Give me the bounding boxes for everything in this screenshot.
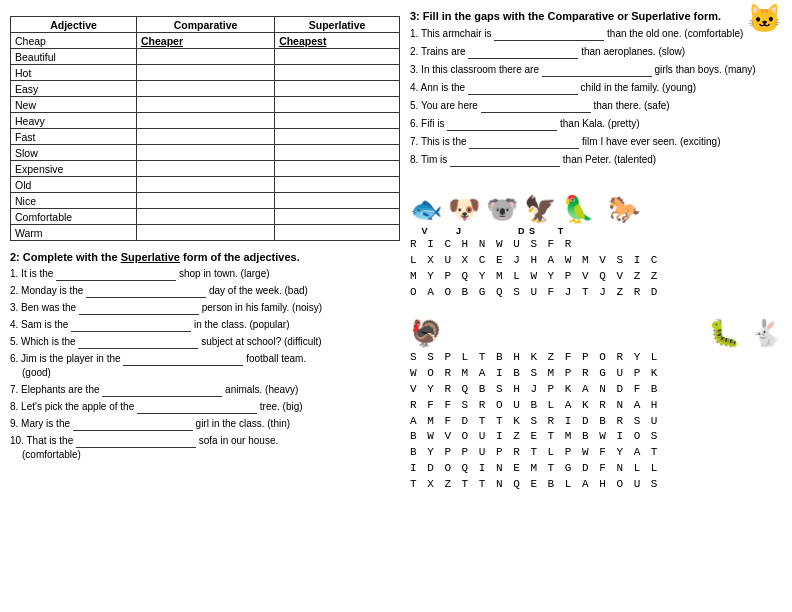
adj-cell: Cheap [11,33,137,49]
animal-dog: 🐶 [448,194,480,225]
section2-item: 9. Mary is the girl in the class. (thin) [10,417,400,431]
section2-item: 10. That is the sofa in our house.(comfo… [10,434,400,462]
animal-horse: 🐎 [608,194,640,225]
comp-cell: Cheaper [136,33,274,49]
section3-item: 8. Tim is than Peter. (talented) [410,153,782,167]
animal-rabbit: 🐇 [750,318,782,349]
adj-cell: Old [11,177,137,193]
wordsearch-row: B Y P P U P R T L P W F Y A T [410,445,782,461]
adj-cell: Heavy [11,113,137,129]
sup-cell [275,97,400,113]
sup-cell [275,65,400,81]
sup-cell [275,49,400,65]
comp-cell [136,81,274,97]
animal-letters-row1: V J D S T [410,226,782,236]
eagle-icon: 🦅 [524,194,556,225]
bear-icon: 🐨 [486,194,518,225]
adj-cell: Expensive [11,161,137,177]
section2-title: 2: Complete with the Superlative form of… [10,251,400,263]
adj-cell: New [11,97,137,113]
wordsearch-row: O A O B G Q S U F J T J Z R D [410,285,782,301]
right-column: 3: Fill in the gaps with the Comparative… [410,10,782,602]
fish-icon: 🐟 [410,194,442,225]
adj-cell: Warm [11,225,137,241]
turkey-icon: 🦃 [410,318,442,348]
sup-cell [275,129,400,145]
section2-item: 3. Ben was the person in his family. (no… [10,301,400,315]
adjective-table: Adjective Comparative Superlative CheapC… [10,16,400,241]
wordsearch-row: T X Z T T N Q E B L A H O U S [410,477,782,493]
section3-item: 5. You are here than there. (safe) [410,99,782,113]
animal-eagle: 🦅 [524,194,556,225]
cat-decoration: 🐱 [747,2,782,35]
comp-cell [136,97,274,113]
adj-cell: Easy [11,81,137,97]
wordsearch-row: V Y R Q B S H J P K A N D F B [410,382,782,398]
section3-item: 2. Trains are than aeroplanes. (slow) [410,45,782,59]
animals-row1: 🐟 🐶 🐨 🦅 🦜 🐎 [410,173,782,225]
sup-cell [275,225,400,241]
sup-cell [275,161,400,177]
sup-cell [275,177,400,193]
wordsearch-grid1: R I C H N W U S F RL X U X C E J H A W M… [410,237,782,301]
sup-cell [275,113,400,129]
sup-cell [275,145,400,161]
adj-cell: Fast [11,129,137,145]
parrot-icon: 🦜 [562,194,594,225]
comp-cell [136,129,274,145]
wordsearch-row: I D O Q I N E M T G D F N L L [410,461,782,477]
animal-worm: 🐛 [708,318,740,349]
section3-item: 6. Fifi is than Kala. (pretty) [410,117,782,131]
adj-cell: Hot [11,65,137,81]
comp-cell [136,193,274,209]
left-column: Adjective Comparative Superlative CheapC… [10,10,400,602]
section2: 2: Complete with the Superlative form of… [10,251,400,462]
animal-turkey: 🦃 [410,318,442,349]
worm-icon: 🐛 [708,318,740,348]
adj-cell: Nice [11,193,137,209]
animal-fish: 🐟 [410,194,442,225]
horse-icon: 🐎 [608,194,640,225]
section2-item: 2. Monday is the day of the week. (bad) [10,284,400,298]
rabbit-icon: 🐇 [750,318,782,348]
col-superlative: Superlative [275,17,400,33]
sup-cell [275,193,400,209]
comp-cell [136,209,274,225]
wordsearch-row: W O R M A I B S M P R G U P K [410,366,782,382]
wordsearch-row: R F F S R O U B L A K R N A H [410,398,782,414]
wordsearch-row: L X U X C E J H A W M V S I C [410,253,782,269]
wordsearch-row: B W V O U I Z E T M B W I O S [410,429,782,445]
adj-cell: Slow [11,145,137,161]
dog-icon: 🐶 [448,194,480,225]
section2-item: 4. Sam is the in the class. (popular) [10,318,400,332]
section3-item: 1. This armchair is than the old one. (c… [410,27,782,41]
animals-row2: 🦃 🐛 🐇 [410,303,782,349]
comp-cell [136,177,274,193]
sup-cell: Cheapest [275,33,400,49]
comp-cell [136,49,274,65]
section3-title: 3: Fill in the gaps with the Comparative… [410,10,782,22]
section2-item: 6. Jim is the player in the football tea… [10,352,400,380]
comp-cell [136,161,274,177]
sup-cell [275,209,400,225]
section2-items: 1. It is the shop in town. (large)2. Mon… [10,267,400,462]
adj-cell: Comfortable [11,209,137,225]
section2-item: 5. Which is the subject at school? (diff… [10,335,400,349]
animal-parrot: 🦜 [562,194,594,225]
section2-item: 8. Let's pick the apple of the tree. (bi… [10,400,400,414]
section3-items: 1. This armchair is than the old one. (c… [410,27,782,167]
col-adjective: Adjective [11,17,137,33]
sup-cell [275,81,400,97]
section3-item: 7. This is the film I have ever seen. (e… [410,135,782,149]
wordsearch-row: A M F D T T K S R I D B R S U [410,414,782,430]
animal-bear: 🐨 [486,194,518,225]
wordsearch-row: M Y P Q Y M L W Y P V Q V Z Z [410,269,782,285]
section3-item: 4. Ann is the child in the family. (youn… [410,81,782,95]
comp-cell [136,145,274,161]
wordsearch-row: S S P L T B H K Z F P O R Y L [410,350,782,366]
section3-item: 3. In this classroom there are girls tha… [410,63,782,77]
adj-cell: Beautiful [11,49,137,65]
comp-cell [136,65,274,81]
comp-cell [136,113,274,129]
section2-item: 1. It is the shop in town. (large) [10,267,400,281]
